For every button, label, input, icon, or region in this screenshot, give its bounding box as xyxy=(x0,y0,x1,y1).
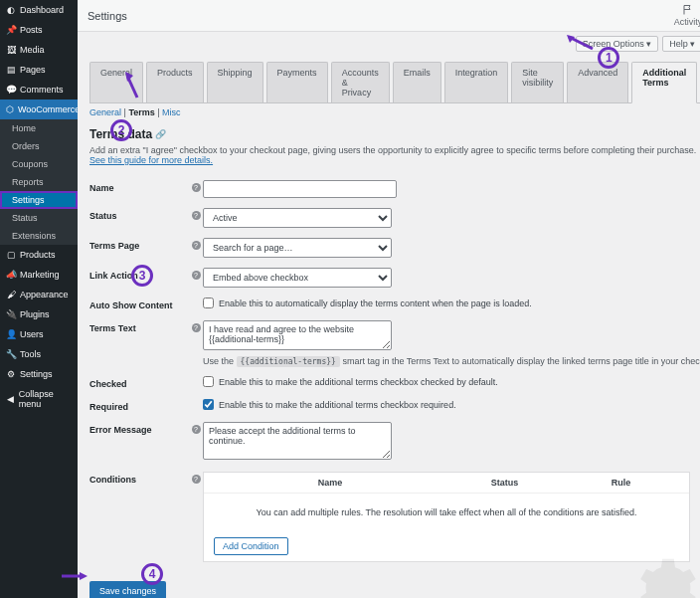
guide-link[interactable]: See this guide for more details. xyxy=(89,155,213,165)
pin-icon: 📌 xyxy=(6,25,16,35)
label-name: Name xyxy=(89,180,189,193)
dashboard-icon: ◐ xyxy=(6,5,16,15)
sidebar-item-label: Dashboard xyxy=(20,5,64,15)
activity-button[interactable]: Activity xyxy=(674,4,700,27)
sidebar-submenu: Home Orders Coupons Reports Settings Sta… xyxy=(0,119,78,245)
required-checkbox[interactable] xyxy=(203,399,214,410)
tab-advanced[interactable]: Advanced xyxy=(567,62,628,102)
checked-checkbox[interactable] xyxy=(203,376,214,387)
terms-text-textarea[interactable] xyxy=(203,320,392,350)
label-auto-show: Auto Show Content xyxy=(89,298,189,310)
help-icon[interactable]: ? xyxy=(192,183,201,192)
sidebar-item-label: Appearance xyxy=(20,290,69,299)
link-action-select[interactable]: Embed above checkbox xyxy=(203,268,392,288)
tab-integration[interactable]: Integration xyxy=(444,62,509,102)
help-icon[interactable]: ? xyxy=(192,241,201,250)
sidebar-item-label: Collapse menu xyxy=(19,389,72,409)
error-message-textarea[interactable] xyxy=(203,422,392,460)
subsub-misc[interactable]: Misc xyxy=(162,107,181,117)
checked-desc: Enable this to make the additional terms… xyxy=(219,377,498,387)
section-heading: Terms data 🔗 xyxy=(89,127,700,141)
name-input[interactable] xyxy=(203,180,397,198)
help-icon[interactable]: ? xyxy=(192,271,201,280)
sidebar-subitem-status[interactable]: Status xyxy=(0,209,78,227)
sidebar-item-woocommerce[interactable]: ⬡WooCommerce xyxy=(0,100,78,119)
flag-icon xyxy=(682,4,694,16)
help-icon[interactable]: ? xyxy=(192,425,201,434)
tab-additional-terms[interactable]: Additional Terms xyxy=(631,62,697,103)
sidebar-item-label: Marketing xyxy=(20,270,60,280)
terms-text-hint: Use the {{additional-terms}} smart tag i… xyxy=(203,356,700,366)
page-icon: ▤ xyxy=(6,65,16,75)
sidebar-subitem-extensions[interactable]: Extensions xyxy=(0,227,78,245)
admin-sidebar: ◐Dashboard 📌Posts 🖼Media ▤Pages 💬Comment… xyxy=(0,0,78,598)
subsub-terms[interactable]: Terms xyxy=(128,107,154,117)
subsub-general[interactable]: General xyxy=(89,107,121,117)
sidebar-item-wpsettings[interactable]: ⚙Settings xyxy=(0,364,78,384)
sidebar-item-dashboard[interactable]: ◐Dashboard xyxy=(0,0,78,20)
activity-label: Activity xyxy=(674,17,700,27)
cond-col-name: Name xyxy=(214,478,446,488)
sidebar-item-products[interactable]: ▢Products xyxy=(0,245,78,265)
auto-show-desc: Enable this to automatically display the… xyxy=(219,299,532,308)
smart-tag-code: {{additional-terms}} xyxy=(237,356,340,367)
conditions-empty-message: You can add multiple rules. The resoluti… xyxy=(204,494,689,531)
sub-subnav: General | Terms | Misc xyxy=(89,103,700,121)
label-conditions: Conditions xyxy=(89,472,189,485)
cond-col-rule: Rule xyxy=(563,478,679,488)
add-condition-button[interactable]: Add Condition xyxy=(214,537,288,555)
sidebar-item-users[interactable]: 👤Users xyxy=(0,324,78,344)
help-icon[interactable]: ? xyxy=(192,475,201,484)
sidebar-subitem-settings[interactable]: Settings xyxy=(0,191,78,209)
gear-icon: ⚙ xyxy=(6,369,16,379)
tab-products[interactable]: Products xyxy=(146,62,204,102)
sidebar-item-posts[interactable]: 📌Posts xyxy=(0,20,78,40)
sidebar-subitem-reports[interactable]: Reports xyxy=(0,173,78,191)
status-select[interactable]: Active xyxy=(203,208,392,228)
sidebar-subitem-coupons[interactable]: Coupons xyxy=(0,155,78,173)
sidebar-item-label: WooCommerce xyxy=(18,104,80,114)
sidebar-item-label: Pages xyxy=(20,65,46,75)
sidebar-item-collapse[interactable]: ◀Collapse menu xyxy=(0,384,78,414)
sidebar-item-label: Products xyxy=(20,250,56,260)
help-toggle[interactable]: Help ▾ xyxy=(662,36,700,52)
sidebar-item-appearance[interactable]: 🖌Appearance xyxy=(0,285,78,304)
label-checked: Checked xyxy=(89,376,189,389)
sidebar-item-marketing[interactable]: 📣Marketing xyxy=(0,265,78,285)
label-status: Status xyxy=(89,208,189,221)
wrench-icon: 🔧 xyxy=(6,349,16,359)
help-icon[interactable]: ? xyxy=(192,323,201,332)
plug-icon: 🔌 xyxy=(6,309,16,319)
media-icon: 🖼 xyxy=(6,45,16,55)
tab-payments[interactable]: Payments xyxy=(266,62,328,102)
link-icon: 🔗 xyxy=(155,129,166,139)
sidebar-subitem-orders[interactable]: Orders xyxy=(0,137,78,155)
sidebar-item-label: Tools xyxy=(20,349,41,359)
label-error-message: Error Message xyxy=(89,422,189,435)
sidebar-subitem-home[interactable]: Home xyxy=(0,119,78,137)
required-desc: Enable this to make the additional terms… xyxy=(219,400,456,410)
collapse-icon: ◀ xyxy=(6,394,15,404)
tab-shipping[interactable]: Shipping xyxy=(207,62,263,102)
tab-accounts[interactable]: Accounts & Privacy xyxy=(331,62,390,102)
sidebar-item-label: Settings xyxy=(20,369,53,379)
sidebar-item-pages[interactable]: ▤Pages xyxy=(0,60,78,80)
help-icon[interactable]: ? xyxy=(192,211,201,220)
main-content: Settings Activity Screen Options ▾ Help … xyxy=(78,0,700,598)
tab-general[interactable]: General xyxy=(89,62,143,102)
conditions-table: Name Status Rule You can add multiple ru… xyxy=(203,472,690,562)
section-description: Add an extra "I agree" checkbox to your … xyxy=(89,145,700,165)
box-icon: ▢ xyxy=(6,250,16,260)
terms-page-select[interactable]: Search for a page… xyxy=(203,238,392,258)
sidebar-item-tools[interactable]: 🔧Tools xyxy=(0,344,78,364)
sidebar-item-plugins[interactable]: 🔌Plugins xyxy=(0,304,78,324)
screen-options-toggle[interactable]: Screen Options ▾ xyxy=(576,36,659,52)
tab-emails[interactable]: Emails xyxy=(393,62,441,102)
page-title: Settings xyxy=(88,10,127,22)
comment-icon: 💬 xyxy=(6,85,16,95)
tab-visibility[interactable]: Site visibility xyxy=(511,62,564,102)
save-changes-button[interactable]: Save changes xyxy=(89,581,166,598)
sidebar-item-media[interactable]: 🖼Media xyxy=(0,40,78,60)
auto-show-checkbox[interactable] xyxy=(203,298,214,308)
sidebar-item-comments[interactable]: 💬Comments xyxy=(0,80,78,100)
